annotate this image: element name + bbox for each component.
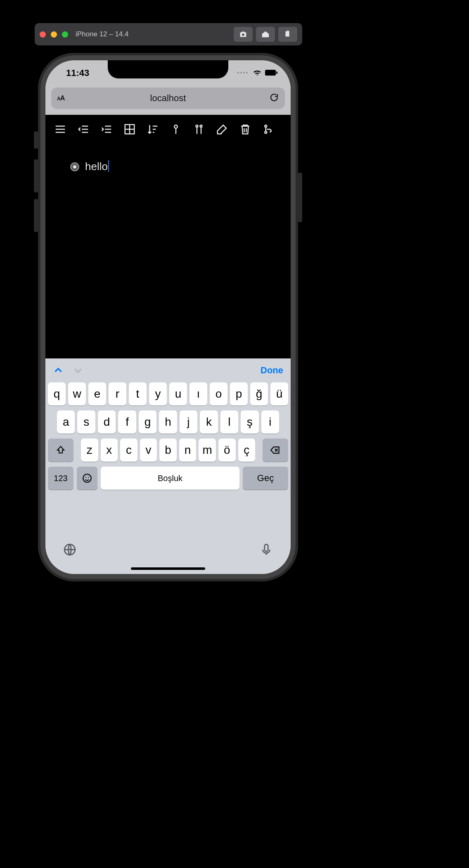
form-prev-button[interactable] bbox=[53, 365, 64, 376]
hamburger-icon bbox=[54, 123, 66, 135]
key-o-diaeresis[interactable]: ö bbox=[218, 439, 236, 462]
globe-button[interactable] bbox=[63, 543, 77, 557]
volume-down-button[interactable] bbox=[34, 199, 38, 232]
key-numbers[interactable]: 123 bbox=[48, 467, 73, 490]
key-c[interactable]: c bbox=[120, 439, 137, 462]
key-next[interactable]: Geç bbox=[243, 467, 288, 490]
key-d[interactable]: d bbox=[98, 410, 116, 434]
note-row[interactable]: hello bbox=[45, 144, 291, 173]
key-a[interactable]: a bbox=[57, 410, 75, 434]
sort-button[interactable] bbox=[146, 123, 159, 136]
note-text[interactable]: hello bbox=[85, 160, 109, 173]
svg-point-9 bbox=[83, 474, 91, 482]
reload-icon bbox=[269, 92, 279, 102]
key-h[interactable]: h bbox=[159, 410, 177, 434]
home-indicator[interactable] bbox=[131, 567, 205, 570]
dictation-button[interactable] bbox=[259, 543, 273, 557]
key-s-cedilla[interactable]: ş bbox=[241, 410, 258, 434]
shift-icon bbox=[56, 445, 66, 455]
screenshot-button[interactable] bbox=[234, 27, 253, 42]
indent-icon bbox=[100, 123, 113, 135]
svg-point-0 bbox=[242, 33, 244, 36]
key-v[interactable]: v bbox=[140, 439, 157, 462]
key-x[interactable]: x bbox=[101, 439, 118, 462]
traffic-lights bbox=[40, 31, 68, 38]
key-j[interactable]: j bbox=[180, 410, 197, 434]
svg-rect-2 bbox=[276, 71, 277, 74]
reader-aa-button[interactable]: AA bbox=[57, 95, 64, 102]
key-y[interactable]: y bbox=[149, 382, 167, 406]
key-shift[interactable] bbox=[48, 439, 73, 462]
key-b[interactable]: b bbox=[159, 439, 177, 462]
simulator-titlebar: iPhone 12 – 14.4 bbox=[35, 23, 302, 45]
device-frame: 11:43 AA localhost bbox=[38, 53, 298, 581]
key-r[interactable]: r bbox=[109, 382, 126, 406]
outdent-button[interactable] bbox=[77, 123, 90, 136]
app-toolbar bbox=[45, 115, 291, 144]
grid-button[interactable] bbox=[123, 123, 136, 136]
close-window-icon[interactable] bbox=[40, 31, 46, 38]
sliders-icon bbox=[193, 123, 205, 135]
key-t[interactable]: t bbox=[129, 382, 147, 406]
key-k[interactable]: k bbox=[200, 410, 218, 434]
volume-up-button[interactable] bbox=[34, 159, 38, 192]
key-space[interactable]: Boşluk bbox=[101, 467, 239, 490]
mute-switch[interactable] bbox=[34, 131, 38, 149]
key-u[interactable]: u bbox=[169, 382, 187, 406]
branch-icon bbox=[262, 123, 275, 135]
key-g[interactable]: g bbox=[139, 410, 156, 434]
key-dotless-i[interactable]: ı bbox=[189, 382, 207, 406]
minimize-window-icon[interactable] bbox=[51, 31, 57, 38]
key-c-cedilla[interactable]: ç bbox=[238, 439, 256, 462]
more-button[interactable] bbox=[262, 123, 275, 136]
svg-point-5 bbox=[196, 125, 198, 127]
key-l[interactable]: l bbox=[220, 410, 238, 434]
delete-button[interactable] bbox=[239, 123, 252, 136]
key-backspace[interactable] bbox=[263, 439, 288, 462]
svg-rect-13 bbox=[265, 544, 268, 551]
bullet-icon[interactable] bbox=[70, 162, 79, 171]
svg-point-8 bbox=[265, 131, 267, 133]
backspace-icon bbox=[270, 445, 281, 455]
key-u-diaeresis[interactable]: ü bbox=[270, 382, 288, 406]
home-icon bbox=[261, 30, 270, 39]
emoji-icon bbox=[82, 473, 92, 484]
menu-button[interactable] bbox=[54, 123, 67, 136]
power-button[interactable] bbox=[298, 173, 302, 222]
edit-button[interactable] bbox=[216, 123, 229, 136]
svg-point-10 bbox=[85, 477, 86, 478]
indent-button[interactable] bbox=[100, 123, 113, 136]
key-z[interactable]: z bbox=[81, 439, 98, 462]
svg-rect-1 bbox=[265, 70, 276, 76]
address-bar[interactable]: AA localhost bbox=[51, 88, 285, 109]
key-row-2: a s d f g h j k l ş i bbox=[48, 410, 288, 434]
key-e[interactable]: e bbox=[88, 382, 106, 406]
app-content: hello bbox=[45, 115, 291, 358]
keyboard-accessory: Done bbox=[45, 358, 291, 382]
form-next-button[interactable] bbox=[73, 365, 83, 376]
key-g-breve[interactable]: ğ bbox=[250, 382, 268, 406]
pin-button[interactable] bbox=[169, 123, 182, 136]
svg-point-6 bbox=[200, 125, 202, 127]
zoom-window-icon[interactable] bbox=[62, 31, 68, 38]
home-button[interactable] bbox=[256, 27, 275, 42]
wifi-icon bbox=[253, 69, 262, 76]
reload-button[interactable] bbox=[269, 92, 279, 104]
key-o[interactable]: o bbox=[210, 382, 227, 406]
key-i[interactable]: i bbox=[261, 410, 279, 434]
rotate-button[interactable] bbox=[278, 27, 297, 42]
rotate-icon bbox=[283, 30, 292, 39]
key-s[interactable]: s bbox=[77, 410, 95, 434]
key-row-3: z x c v b n m ö ç bbox=[48, 439, 288, 462]
key-m[interactable]: m bbox=[199, 439, 216, 462]
key-f[interactable]: f bbox=[118, 410, 136, 434]
key-n[interactable]: n bbox=[179, 439, 197, 462]
keyboard-done-button[interactable]: Done bbox=[261, 365, 283, 376]
key-w[interactable]: w bbox=[68, 382, 86, 406]
key-emoji[interactable] bbox=[77, 467, 97, 490]
key-row-4: 123 Boşluk Geç bbox=[48, 467, 288, 490]
settings-button[interactable] bbox=[192, 123, 206, 136]
safari-toolbar: AA localhost bbox=[45, 85, 291, 115]
key-p[interactable]: p bbox=[230, 382, 248, 406]
key-q[interactable]: q bbox=[48, 382, 66, 406]
